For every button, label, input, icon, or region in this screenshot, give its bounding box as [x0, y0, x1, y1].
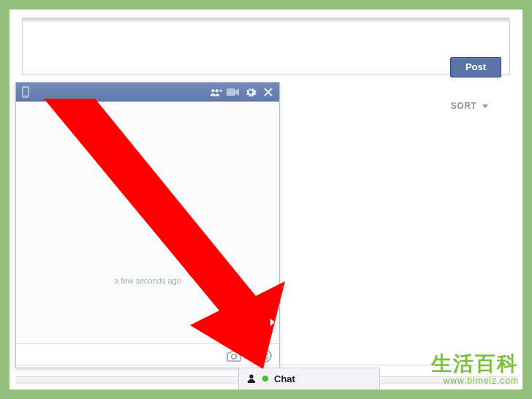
svg-point-5 [232, 354, 236, 359]
post-composer-area[interactable] [22, 22, 510, 75]
chat-timestamp: a few seconds ago [16, 276, 279, 285]
close-icon[interactable] [262, 86, 275, 98]
add-people-icon[interactable] [209, 86, 222, 98]
chat-window-header[interactable] [16, 83, 279, 102]
svg-point-7 [262, 354, 264, 355]
person-icon [246, 373, 256, 384]
footer-separator [249, 348, 250, 364]
svg-point-2 [211, 89, 214, 92]
watermark-title: 生活百科 [431, 354, 519, 374]
post-button[interactable]: Post [450, 57, 501, 77]
chat-dock-label: Chat [274, 373, 295, 384]
svg-point-6 [259, 350, 271, 362]
watermark: 生活百科 www.bimeiz.com [431, 354, 519, 386]
gear-icon[interactable] [244, 86, 257, 98]
video-icon[interactable] [227, 86, 240, 98]
camera-icon[interactable] [226, 348, 242, 364]
heart-icon [246, 315, 263, 331]
chat-message-area: a few seconds ago 5pm [16, 102, 279, 344]
online-status-dot [262, 376, 268, 381]
chevron-down-icon [482, 104, 488, 108]
chat-dock-tab[interactable]: Chat [238, 368, 380, 389]
device-icon [20, 86, 32, 98]
svg-point-3 [216, 89, 218, 92]
sort-label: SORT [451, 101, 476, 111]
smiley-icon[interactable] [257, 348, 273, 364]
svg-point-9 [249, 375, 253, 379]
svg-point-8 [267, 354, 268, 355]
svg-rect-4 [227, 88, 235, 96]
chat-window: a few seconds ago 5pm [15, 82, 280, 368]
watermark-url: www.bimeiz.com [431, 376, 519, 386]
sort-dropdown[interactable]: SORT [451, 101, 488, 111]
svg-point-1 [25, 95, 26, 96]
heart-sticker-message [237, 308, 272, 338]
